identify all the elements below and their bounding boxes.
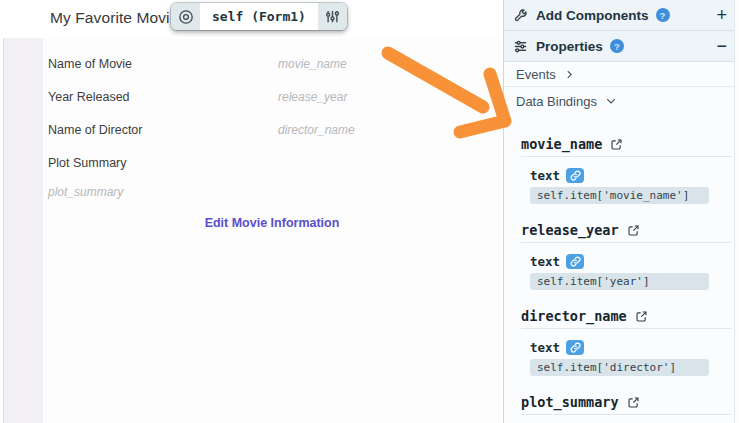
open-component-icon[interactable] [627,396,640,409]
collapse-properties-button[interactable]: − [716,37,727,55]
binding-property-label: text [530,168,560,183]
director-name-textbox[interactable]: director_name [278,123,355,137]
add-components-label: Add Components [536,8,649,23]
field-label-director: Name of Director [48,123,142,137]
properties-panel: Add Components ? + Properties ? − Events… [503,0,739,423]
binding-expression-input[interactable]: self.item['director'] [530,359,709,376]
help-icon[interactable]: ? [656,8,670,22]
link-icon[interactable] [566,340,584,355]
binding-director-name: director_name text self.item['director'] [521,308,731,376]
field-label-plot: Plot Summary [48,156,127,170]
add-components-header[interactable]: Add Components ? + [504,0,739,31]
open-component-icon[interactable] [610,138,623,151]
binding-release-year: release_year text self.item['year'] [521,222,731,290]
edit-movie-information-link[interactable]: Edit Movie Information [44,216,500,230]
data-bindings-label: Data Bindings [516,94,597,109]
binding-plot-summary: plot_summary text [521,394,731,423]
link-icon[interactable] [566,254,584,269]
page-title: My Favorite Movie [50,9,178,27]
sliders-icon [513,38,529,54]
open-component-icon[interactable] [627,224,640,237]
field-label-movie: Name of Movie [48,57,132,71]
sliders-icon [325,9,340,24]
field-label-year: Year Released [48,90,130,104]
binding-component-name: plot_summary [521,394,619,410]
open-component-icon[interactable] [635,310,648,323]
link-icon[interactable] [566,168,584,183]
events-section-toggle[interactable]: Events [504,62,739,87]
eye-icon [178,9,194,25]
movie-name-textbox[interactable]: movie_name [278,57,347,71]
preview-eye-button[interactable] [171,3,200,30]
binding-expression-input[interactable]: self.item['movie_name'] [530,187,709,204]
left-gutter [3,38,43,423]
properties-label: Properties [536,39,603,54]
binding-component-name: release_year [521,222,619,238]
help-icon[interactable]: ? [610,39,624,53]
binding-component-name: movie_name [521,136,602,152]
properties-header[interactable]: Properties ? − [504,31,739,62]
release-year-textbox[interactable]: release_year [278,90,347,104]
binding-property-label: text [530,254,560,269]
wrench-icon [513,7,529,23]
chevron-right-icon [564,68,576,80]
data-bindings-section-toggle[interactable]: Data Bindings [504,87,739,115]
component-selector-toolbar: self (Form1) [171,3,347,30]
plot-summary-textarea[interactable]: plot_summary [48,185,123,199]
events-label: Events [516,67,556,82]
binding-expression-input[interactable]: self.item['year'] [530,273,709,290]
app-window: My Favorite Movie self (Form1) Name of M… [0,0,739,423]
component-properties-button[interactable] [318,3,347,30]
add-component-plus-button[interactable]: + [716,6,727,24]
binding-component-name: director_name [521,308,627,324]
data-bindings-list: movie_name text self.item['movie_name'] [521,136,731,423]
chevron-down-icon [605,95,617,107]
binding-movie-name: movie_name text self.item['movie_name'] [521,136,731,204]
panel-scrollbar-gutter[interactable] [734,0,739,423]
canvas-topbar: My Favorite Movie self (Form1) [0,0,503,38]
binding-property-label: text [530,340,560,355]
selected-component-label[interactable]: self (Form1) [200,3,318,30]
